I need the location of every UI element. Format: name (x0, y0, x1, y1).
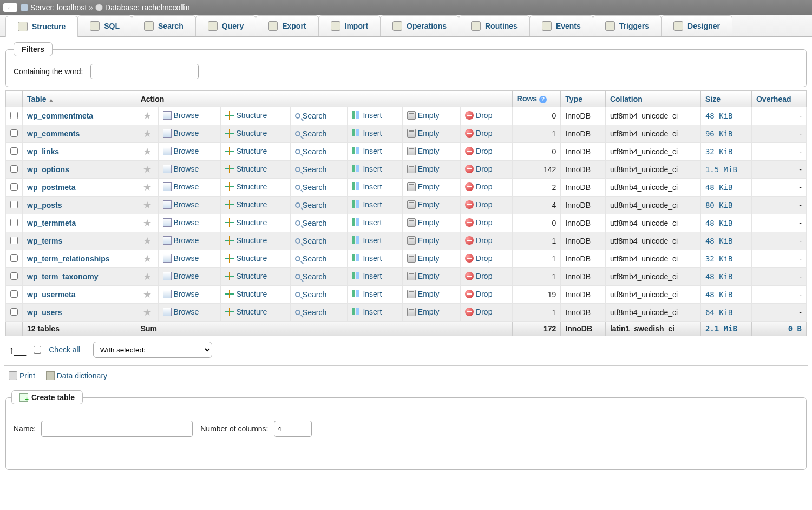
insert-link[interactable]: Insert (352, 218, 382, 227)
tab-export[interactable]: Export (256, 15, 318, 36)
structure-link[interactable]: Structure (225, 165, 267, 173)
structure-link[interactable]: Structure (225, 254, 267, 263)
drop-link[interactable]: Drop (465, 165, 492, 173)
insert-link[interactable]: Insert (352, 147, 382, 155)
browse-link[interactable]: Browse (163, 147, 199, 155)
tab-search[interactable]: Search (132, 15, 196, 36)
favorite-star-icon[interactable]: ★ (143, 307, 152, 318)
search-link[interactable]: Search (295, 290, 326, 299)
favorite-star-icon[interactable]: ★ (143, 271, 152, 282)
browse-link[interactable]: Browse (163, 290, 199, 298)
tab-events[interactable]: Events (529, 15, 593, 36)
browse-link[interactable]: Browse (163, 129, 199, 138)
drop-link[interactable]: Drop (465, 218, 492, 227)
table-name-link[interactable]: wp_links (27, 147, 59, 156)
empty-link[interactable]: Empty (407, 290, 440, 298)
favorite-star-icon[interactable]: ★ (143, 110, 152, 121)
drop-link[interactable]: Drop (465, 254, 492, 263)
structure-link[interactable]: Structure (225, 272, 267, 280)
empty-link[interactable]: Empty (407, 254, 440, 263)
browse-link[interactable]: Browse (163, 200, 199, 209)
drop-link[interactable]: Drop (465, 236, 492, 245)
insert-link[interactable]: Insert (352, 200, 382, 209)
col-table[interactable]: Table▲ (23, 91, 136, 107)
empty-link[interactable]: Empty (407, 111, 440, 120)
empty-link[interactable]: Empty (407, 200, 440, 209)
favorite-star-icon[interactable]: ★ (143, 182, 152, 193)
favorite-star-icon[interactable]: ★ (143, 253, 152, 264)
tab-query[interactable]: Query (195, 15, 256, 36)
table-name-link[interactable]: wp_commentmeta (27, 112, 93, 120)
favorite-star-icon[interactable]: ★ (143, 128, 152, 139)
search-link[interactable]: Search (295, 129, 326, 138)
favorite-star-icon[interactable]: ★ (143, 236, 152, 246)
structure-link[interactable]: Structure (225, 290, 267, 298)
empty-link[interactable]: Empty (407, 165, 440, 173)
col-type[interactable]: Type (561, 91, 606, 107)
structure-link[interactable]: Structure (225, 182, 267, 191)
with-selected-dropdown[interactable]: With selected: (93, 342, 212, 358)
insert-link[interactable]: Insert (352, 129, 382, 138)
favorite-star-icon[interactable]: ★ (143, 289, 152, 300)
search-link[interactable]: Search (295, 183, 326, 192)
favorite-star-icon[interactable]: ★ (143, 164, 152, 175)
drop-link[interactable]: Drop (465, 200, 492, 209)
col-overhead[interactable]: Overhead (751, 91, 806, 107)
browse-link[interactable]: Browse (163, 272, 199, 280)
server-name[interactable]: localhost (57, 3, 87, 12)
tab-import[interactable]: Import (318, 15, 381, 36)
drop-link[interactable]: Drop (465, 111, 492, 120)
drop-link[interactable]: Drop (465, 290, 492, 298)
table-name-link[interactable]: wp_usermeta (27, 290, 75, 299)
table-name-link[interactable]: wp_users (27, 308, 62, 317)
row-checkbox[interactable] (10, 129, 18, 137)
insert-link[interactable]: Insert (352, 165, 382, 173)
check-all-link[interactable]: Check all (49, 345, 80, 354)
empty-link[interactable]: Empty (407, 147, 440, 155)
row-checkbox[interactable] (10, 272, 18, 280)
rows-help-icon[interactable]: ? (539, 96, 547, 103)
structure-link[interactable]: Structure (225, 308, 267, 316)
row-checkbox[interactable] (10, 147, 18, 155)
filters-input[interactable] (90, 64, 199, 79)
row-checkbox[interactable] (10, 183, 18, 191)
empty-link[interactable]: Empty (407, 182, 440, 191)
create-name-input[interactable] (41, 421, 193, 437)
table-name-link[interactable]: wp_postmeta (27, 183, 75, 192)
row-checkbox[interactable] (10, 201, 18, 208)
tab-operations[interactable]: Operations (380, 15, 459, 36)
favorite-star-icon[interactable]: ★ (143, 146, 152, 157)
row-checkbox[interactable] (10, 254, 18, 262)
drop-link[interactable]: Drop (465, 272, 492, 280)
back-button[interactable]: ← (3, 3, 17, 12)
table-name-link[interactable]: wp_posts (27, 201, 62, 210)
search-link[interactable]: Search (295, 237, 326, 245)
structure-link[interactable]: Structure (225, 147, 267, 155)
browse-link[interactable]: Browse (163, 236, 199, 245)
insert-link[interactable]: Insert (352, 254, 382, 263)
row-checkbox[interactable] (10, 165, 18, 173)
insert-link[interactable]: Insert (352, 272, 382, 280)
empty-link[interactable]: Empty (407, 129, 440, 138)
insert-link[interactable]: Insert (352, 290, 382, 298)
insert-link[interactable]: Insert (352, 236, 382, 245)
search-link[interactable]: Search (295, 165, 326, 174)
search-link[interactable]: Search (295, 308, 326, 317)
favorite-star-icon[interactable]: ★ (143, 218, 152, 228)
search-link[interactable]: Search (295, 219, 326, 227)
table-name-link[interactable]: wp_comments (27, 129, 80, 138)
insert-link[interactable]: Insert (352, 111, 382, 120)
structure-link[interactable]: Structure (225, 129, 267, 138)
tab-routines[interactable]: Routines (459, 15, 530, 36)
col-collation[interactable]: Collation (605, 91, 700, 107)
data-dictionary-link[interactable]: Data dictionary (46, 371, 107, 380)
col-size[interactable]: Size (700, 91, 751, 107)
row-checkbox[interactable] (10, 308, 18, 316)
table-name-link[interactable]: wp_term_relationships (27, 254, 110, 263)
search-link[interactable]: Search (295, 112, 326, 120)
print-link[interactable]: Print (9, 371, 35, 380)
search-link[interactable]: Search (295, 147, 326, 156)
structure-link[interactable]: Structure (225, 111, 267, 120)
tab-structure[interactable]: Structure (5, 16, 78, 37)
drop-link[interactable]: Drop (465, 129, 492, 138)
